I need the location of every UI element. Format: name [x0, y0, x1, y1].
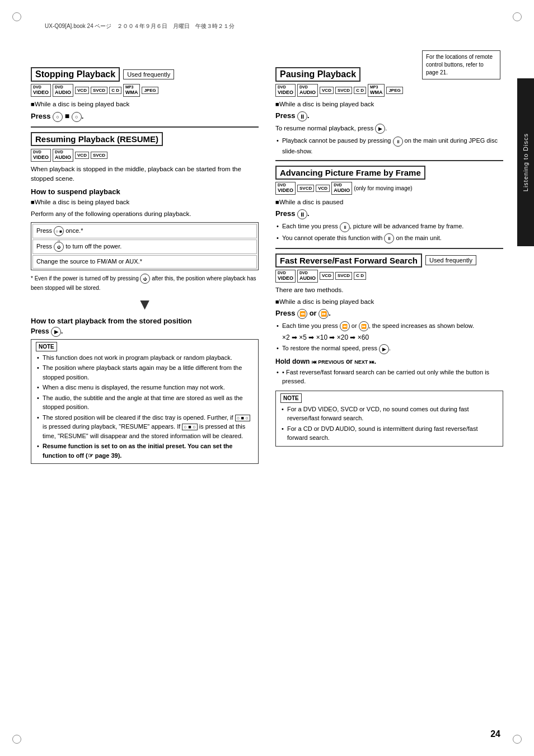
fast-search-bullet-1: Each time you press ⏪ or ⏩, the speed in…	[275, 321, 503, 331]
suspend-row-3: Change the source to FM/AM or AUX.*	[32, 255, 257, 268]
side-tab-label: Listening to Discs	[522, 133, 529, 191]
pause-btn: ⏸	[297, 111, 307, 121]
a-badge-dvd-video: DVDVIDEO	[275, 182, 296, 195]
pause-btn-2: ⏸	[393, 137, 403, 147]
advancing-frame-section: Advancing Picture Frame by Frame DVDVIDE…	[275, 166, 503, 243]
f-badge-dvd-video: DVDVIDEO	[275, 270, 296, 283]
main-content: Stopping Playback Used frequently DVDVID…	[31, 67, 503, 725]
a-badge-vcd: VCD	[316, 185, 330, 192]
note-5: The stored position will be cleared if t…	[36, 413, 254, 441]
p-badge-mp3: MP3WMA	[368, 84, 385, 97]
divider-3	[275, 248, 503, 249]
badge-dvd-audio: DVDAUDIO	[53, 84, 73, 97]
divider-1	[31, 126, 259, 128]
right-column: Pausing Playback DVDVIDEO DVDAUDIO VCD S…	[273, 67, 503, 725]
pausing-title: Pausing Playback	[275, 67, 360, 82]
f-badge-vcd: VCD	[320, 272, 334, 280]
advancing-disc-badges: DVDVIDEO SVCD VCD DVDAUDIO (only for mov…	[275, 182, 503, 195]
corner-mark-bl	[12, 735, 21, 744]
fast-search-title-row: Fast Reverse/Fast Forward Search Used fr…	[275, 253, 503, 267]
stopping-disc-badges: DVDVIDEO DVDAUDIO VCD SVCD C D MP3WMA JP…	[31, 84, 259, 97]
fs-note-1: For a DVD VIDEO, SVCD or VCD, no sound c…	[280, 405, 498, 423]
down-arrow: ▼	[31, 295, 259, 313]
left-column: Stopping Playback Used frequently DVDVID…	[31, 67, 261, 725]
suspend-table: Press ○ ■ ○ once.* Press ⏻ to turn off t…	[31, 222, 259, 270]
side-tab: Listening to Discs	[517, 78, 534, 246]
suspend-row-2: Press ⏻ to turn off the power.	[32, 240, 257, 254]
advancing-title: Advancing Picture Frame by Frame	[275, 166, 425, 180]
stop-btn-1: ○	[53, 112, 63, 122]
hold-desc: • Fast reverse/fast forward search can b…	[275, 368, 503, 386]
stopping-press: Press ○ ■ ○.	[31, 111, 259, 122]
resuming-title: Resuming Playback (RESUME)	[31, 132, 163, 146]
power-btn: ⏻	[54, 242, 64, 252]
fast-search-used-frequently: Used frequently	[425, 255, 476, 265]
corner-mark-tr	[513, 12, 522, 21]
r-badge-vcd: VCD	[75, 152, 89, 159]
ffw-btn: ⏩	[318, 309, 329, 319]
speed-sequence: ×2 ➡ ×5 ➡ ×10 ➡ ×20 ➡ ×60	[282, 334, 503, 341]
pausing-bullet-1: Playback cannot be paused by pressing ⏸ …	[275, 136, 503, 156]
fs-note-2: For a CD or DVD AUDIO, sound is intermit…	[280, 424, 498, 443]
columns: Stopping Playback Used frequently DVDVID…	[31, 67, 503, 725]
fast-search-methods: There are two methods.	[275, 285, 503, 295]
badge-vcd: VCD	[75, 87, 89, 95]
note-6: Resume function is set to on as the init…	[36, 442, 254, 460]
adv-pause-btn: ⏸	[297, 209, 307, 219]
resume-btn: ▶	[375, 124, 385, 134]
a-badge-dvd-audio: DVDAUDIO	[331, 182, 352, 195]
advancing-press: Press ⏸.	[275, 209, 503, 219]
resuming-disc-badges: DVDVIDEO DVDAUDIO VCD SVCD	[31, 149, 259, 162]
p-badge-dvd-audio: DVDAUDIO	[297, 84, 318, 97]
stop-btn-2: ○	[72, 112, 82, 122]
stopping-condition: ■While a disc is being played back	[31, 100, 259, 109]
stopping-title: Stopping Playback	[31, 67, 120, 82]
fast-search-title: Fast Reverse/Fast Forward Search	[275, 253, 422, 267]
pausing-resume-note: To resume normal playback, press ▶.	[275, 124, 503, 134]
resuming-desc: When playback is stopped in the middle, …	[31, 165, 259, 184]
badge-mp3: MP3WMA	[123, 84, 140, 97]
stopping-used-frequently: Used frequently	[123, 69, 174, 79]
badge-dvd-video: DVDVIDEO	[31, 84, 51, 97]
pausing-title-row: Pausing Playback	[275, 67, 503, 82]
p-badge-cd: C D	[354, 87, 366, 95]
advancing-bullet-1: Each time you press ⏸, picture will be a…	[275, 222, 503, 232]
play-btn: ▶	[51, 327, 61, 337]
p-badge-svcd: SVCD	[335, 87, 352, 95]
pausing-press: Press ⏸.	[275, 111, 503, 121]
note-4: The audio, the subtitle and the angle at…	[36, 393, 254, 412]
advancing-bullet-2: You cannot operate this function with ⏸ …	[275, 233, 503, 243]
note-label: NOTE	[36, 342, 57, 351]
fn-icon: ⏻	[140, 274, 150, 284]
note-1: This function does not work in program p…	[36, 353, 254, 363]
pausing-condition: ■While a disc is being played back	[275, 100, 503, 109]
stopping-playback-section: Stopping Playback Used frequently DVDVID…	[31, 67, 259, 122]
footnote: * Even if the power is turned off by pre…	[31, 274, 259, 292]
resuming-playback-section: Resuming Playback (RESUME) DVDVIDEO DVDA…	[31, 132, 259, 464]
p-badge-dvd-video: DVDVIDEO	[275, 84, 296, 97]
fast-search-section: Fast Reverse/Fast Forward Search Used fr…	[275, 253, 503, 447]
a-badge-svcd: SVCD	[297, 185, 314, 192]
corner-mark-tl	[12, 12, 21, 21]
badge-jpeg: JPEG	[142, 87, 158, 95]
pausing-disc-badges: DVDVIDEO DVDAUDIO VCD SVCD C D MP3WMA JP…	[275, 84, 503, 97]
file-info: UX-Q09[A].book 24 ページ ２００４年９月６日 月曜日 午後３時…	[45, 22, 235, 30]
divider-2	[275, 160, 503, 161]
f-btn-1: ⏪	[340, 321, 350, 331]
fast-search-restore: To restore the normal speed, press ▶.	[275, 344, 503, 354]
suspend-condition: ■While a disc is being played back	[31, 198, 259, 207]
badge-cd: C D	[109, 87, 121, 95]
start-press: Press ▶.	[31, 327, 259, 337]
p-badge-vcd: VCD	[320, 87, 334, 95]
adv-btn-2: ⏸	[384, 233, 394, 243]
note-2: The position where playback starts again…	[36, 363, 254, 382]
f-badge-svcd: SVCD	[335, 272, 352, 280]
corner-mark-br	[513, 735, 522, 744]
a-disc-note: (only for moving image)	[354, 184, 412, 192]
adv-btn-1: ⏸	[340, 222, 350, 232]
suspend-subhead: How to suspend playback	[31, 187, 259, 196]
fast-search-condition: ■While a disc is being played back	[275, 297, 503, 307]
r-badge-dvd-audio: DVDAUDIO	[53, 149, 73, 162]
hold-down-line: Hold down ⏮ PREVIOUS or NEXT ⏭.	[275, 358, 503, 365]
note-3: When a disc menu is displayed, the resum…	[36, 383, 254, 392]
